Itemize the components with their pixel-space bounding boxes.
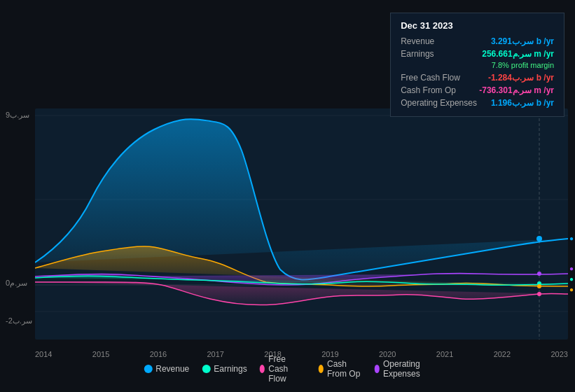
legend-label-cashop: Cash From Op [327, 359, 361, 379]
legend-label-revenue: Revenue [155, 364, 189, 374]
tooltip-row-fcf: Free Cash Flow -1.284سر.ب b /yr [401, 71, 554, 84]
legend-dot-fcf [260, 365, 265, 373]
cashop-label: Cash From Op [401, 85, 456, 95]
x-label-2015: 2015 [92, 350, 109, 358]
tooltip-date: Dec 31 2023 [401, 20, 554, 31]
legend-dot-revenue [144, 365, 152, 373]
profit-margin-value: 7.8% profit margin [492, 61, 554, 69]
x-label-2023: 2023 [550, 350, 567, 358]
legend-item-opex[interactable]: Operating Expenses [374, 359, 431, 379]
opex-dot [537, 272, 541, 276]
cashop-value: -736.301سر.م m /yr [479, 85, 554, 95]
earnings-value: 256.661سر.م m /yr [482, 49, 554, 59]
tooltip-row-revenue: Revenue 3.291سر.ب b /yr [401, 35, 554, 48]
legend-dot-opex [374, 365, 380, 373]
earnings-label: Earnings [401, 49, 434, 59]
legend-item-fcf[interactable]: Free Cash Flow [260, 354, 306, 384]
fcf-label: Free Cash Flow [401, 73, 460, 83]
y-label-mid: 0سر.م [6, 279, 27, 288]
legend-label-fcf: Free Cash Flow [268, 354, 305, 384]
fcf-value: -1.284سر.ب b /yr [488, 73, 554, 83]
legend-label-earnings: Earnings [214, 364, 247, 374]
tooltip-row-earnings: Earnings 256.661سر.م m /yr [401, 48, 554, 60]
legend-item-cashop[interactable]: Cash From Op [318, 359, 361, 379]
legend-dot-earnings [202, 365, 210, 373]
legend-dot-cashop [318, 365, 324, 373]
legend-label-opex: Operating Expenses [383, 359, 431, 379]
right-label-earnings: ● [569, 275, 574, 283]
opex-label: Operating Expenses [401, 98, 477, 108]
tooltip-card: Dec 31 2023 Revenue 3.291سر.ب b /yr Earn… [390, 13, 564, 117]
x-label-2021: 2021 [436, 350, 453, 358]
tooltip-row-opex: Operating Expenses 1.196سر.ب b /yr [401, 97, 554, 109]
right-label-cashop: ● [569, 286, 574, 293]
x-label-2014: 2014 [35, 350, 52, 358]
revenue-value: 3.291سر.ب b /yr [491, 36, 554, 46]
right-label-revenue: ● [569, 234, 574, 242]
y-label-top: 9سر.ب [6, 111, 29, 120]
chart-legend: Revenue Earnings Free Cash Flow Cash Fro… [144, 354, 431, 384]
cashop-dot [537, 284, 541, 288]
fcf-dot [537, 292, 541, 296]
chart-svg [35, 108, 568, 340]
chart-container: Dec 31 2023 Revenue 3.291سر.ب b /yr Earn… [0, 0, 575, 392]
revenue-label: Revenue [401, 36, 434, 46]
right-label-opex: ● [569, 265, 574, 272]
profit-margin-row: 7.8% profit margin [401, 60, 554, 71]
legend-item-revenue[interactable]: Revenue [144, 364, 189, 374]
x-label-2022: 2022 [494, 350, 511, 358]
y-label-bottom: -2سر.ب [6, 316, 32, 326]
legend-item-earnings[interactable]: Earnings [202, 364, 247, 374]
tooltip-row-cashop: Cash From Op -736.301سر.م m /yr [401, 84, 554, 97]
opex-value: 1.196سر.ب b /yr [491, 98, 554, 108]
revenue-dot [536, 236, 542, 241]
